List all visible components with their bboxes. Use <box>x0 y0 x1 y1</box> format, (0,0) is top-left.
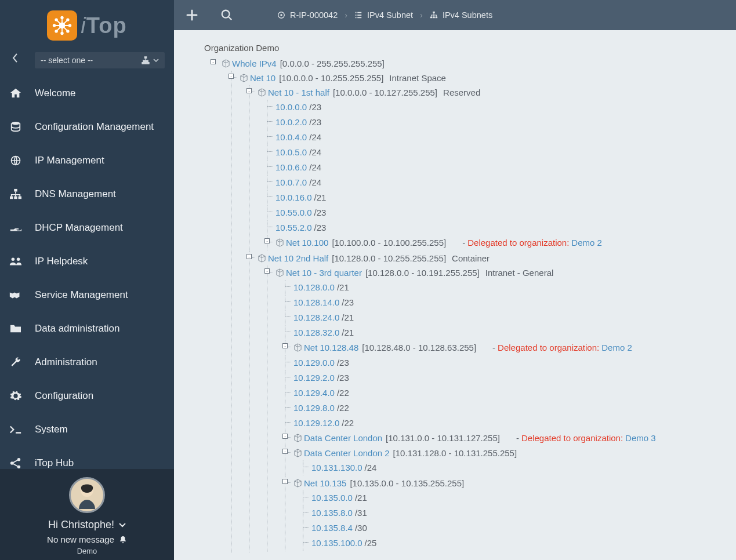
nav-label: iTop Hub <box>35 457 74 469</box>
subnet-link[interactable]: 10.135.100.0 <box>311 538 362 548</box>
nav-label: Welcome <box>35 88 76 99</box>
tree-toggle[interactable]: - <box>282 343 288 348</box>
sitemap-icon <box>142 56 150 64</box>
crumb-r-ip[interactable]: R-IP-000042 <box>277 10 338 20</box>
folder-icon <box>8 322 23 335</box>
tree-toggle[interactable]: - <box>264 268 270 274</box>
sitemap-icon <box>8 188 23 201</box>
subnet-link[interactable]: 10.129.8.0 <box>293 403 335 413</box>
svg-point-15 <box>12 258 15 261</box>
tree-node-dc-london: - Data Center London[10.131.0.0 - 10.131… <box>285 431 736 446</box>
tree-leaf-subnet: 10.135.0.0/21 <box>303 490 736 506</box>
tree-toggle[interactable]: - <box>229 74 234 79</box>
block-link[interactable]: Net 10.128.48 <box>304 343 358 352</box>
block-link[interactable]: Net 10 - 1st half <box>268 88 329 97</box>
subnet-link[interactable]: 10.55.2.0 <box>275 223 312 232</box>
org-link[interactable]: Demo 2 <box>571 238 602 248</box>
tree-toggle[interactable]: - <box>246 254 252 259</box>
user-message[interactable]: No new message <box>47 534 127 544</box>
collapse-sidebar-button[interactable] <box>8 51 22 65</box>
subnet-link[interactable]: 10.0.7.0 <box>275 177 307 187</box>
subnet-link[interactable]: 10.55.0.0 <box>275 208 312 217</box>
subnet-link[interactable]: 10.0.0.0 <box>275 102 307 112</box>
subnet-link[interactable]: 10.0.2.0 <box>275 117 307 127</box>
org-title: Organization Demo <box>204 43 736 53</box>
subnet-link[interactable]: 10.135.8.0 <box>311 508 353 518</box>
subnet-link[interactable]: 10.129.4.0 <box>293 388 335 398</box>
nav-item-data-admin[interactable]: Data administration <box>0 320 174 337</box>
block-icon <box>293 479 302 488</box>
subnet-link[interactable]: 10.129.0.0 <box>293 358 335 368</box>
search-button[interactable] <box>219 8 234 23</box>
block-icon <box>275 268 284 277</box>
nav-item-dhcp-mgmt[interactable]: DHCP Management <box>0 219 174 237</box>
block-icon <box>258 254 266 263</box>
subnet-link[interactable]: 10.135.0.0 <box>311 493 353 503</box>
avatar[interactable] <box>69 477 105 513</box>
block-link[interactable]: Net 10 <box>250 73 275 83</box>
subnet-link[interactable]: 10.128.32.0 <box>293 328 339 337</box>
crumb-ipv4-subnet[interactable]: IPv4 Subnet <box>354 10 413 20</box>
subnet-link[interactable]: 10.128.0.0 <box>293 282 335 292</box>
subnet-link[interactable]: 10.128.14.0 <box>293 297 339 307</box>
tree-leaf-subnet: 10.135.100.0/25 <box>303 536 736 551</box>
block-icon <box>293 449 302 457</box>
nav-label: System <box>35 424 68 435</box>
create-button[interactable] <box>184 8 200 23</box>
crumb-ipv4-subnets[interactable]: IPv4 Subnets <box>430 10 492 20</box>
subnet-link[interactable]: 10.128.24.0 <box>293 312 339 322</box>
nav-item-configuration[interactable]: Configuration <box>0 387 174 405</box>
tree-toggle[interactable]: - <box>246 88 252 93</box>
nav-item-welcome[interactable]: Welcome <box>0 85 174 102</box>
tree-leaf-subnet: 10.129.12.0/22 <box>285 416 736 431</box>
tree-leaf-subnet: 10.0.6.0/24 <box>267 160 736 175</box>
block-link[interactable]: Net 10 2nd Half <box>268 253 328 263</box>
user-area: Hi Christophe! No new message Demo <box>0 469 174 560</box>
org-link[interactable]: Demo 2 <box>601 343 632 352</box>
tree-toggle[interactable]: - <box>282 449 288 454</box>
nav-item-ip-helpdesk[interactable]: IP Helpdesk <box>0 253 174 270</box>
subnet-link[interactable]: 10.129.2.0 <box>293 373 335 383</box>
subnet-link[interactable]: 10.129.12.0 <box>293 418 339 428</box>
nav-item-administration[interactable]: Administration <box>0 354 174 371</box>
nav-label: Configuration <box>35 390 93 402</box>
nav-item-config-mgmt[interactable]: Configuration Management <box>0 118 174 136</box>
sidebar: iiTopTop -- select one -- Welcome Config… <box>0 0 174 560</box>
svg-point-24 <box>280 14 282 16</box>
tree-leaf-subnet: 10.135.8.4/30 <box>303 521 736 536</box>
block-link[interactable]: Data Center London <box>304 433 382 443</box>
tree-toggle[interactable]: - <box>282 434 288 439</box>
tree-toggle[interactable]: - <box>282 479 288 484</box>
tree-leaf-subnet: 10.0.5.0/24 <box>267 145 736 160</box>
svg-point-9 <box>12 122 20 125</box>
tree-toggle[interactable]: - <box>211 59 216 64</box>
org-select[interactable]: -- select one -- <box>35 52 165 68</box>
block-link[interactable]: Data Center London 2 <box>304 448 390 458</box>
tree-node-dc-london2: - Data Center London 2[10.131.128.0 - 10… <box>285 446 736 476</box>
nav-item-system[interactable]: System <box>0 421 174 438</box>
tree-leaf-subnet: 10.135.8.0/31 <box>303 506 736 521</box>
org-link[interactable]: Demo 3 <box>625 433 656 443</box>
ip-tree: - Whole IPv4[0.0.0.0 - 255.255.255.255] … <box>204 56 736 554</box>
block-link[interactable]: Net 10.100 <box>286 238 328 248</box>
block-link[interactable]: Whole IPv4 <box>232 59 277 68</box>
list-icon <box>354 11 362 19</box>
nav-label: Service Management <box>35 289 128 301</box>
subnet-link[interactable]: 10.0.6.0 <box>275 162 307 172</box>
user-greeting[interactable]: Hi Christophe! <box>48 519 126 531</box>
nav-item-dns-mgmt[interactable]: DNS Management <box>0 186 174 203</box>
nav-item-ip-mgmt[interactable]: IP Management <box>0 152 174 169</box>
svg-point-16 <box>17 258 20 261</box>
subnet-link[interactable]: 10.131.130.0 <box>311 463 362 472</box>
subnet-link[interactable]: 10.0.4.0 <box>275 132 307 142</box>
subnet-link[interactable]: 10.135.8.4 <box>311 523 353 533</box>
nav-label: Data administration <box>35 323 119 334</box>
tree-toggle[interactable]: - <box>264 238 270 243</box>
handshake-icon <box>8 289 23 301</box>
block-link[interactable]: Net 10.135 <box>304 478 346 488</box>
wrench-icon <box>8 356 23 369</box>
nav-item-service-mgmt[interactable]: Service Management <box>0 286 174 304</box>
subnet-link[interactable]: 10.0.5.0 <box>275 147 307 157</box>
subnet-link[interactable]: 10.0.16.0 <box>275 192 312 202</box>
block-link[interactable]: Net 10 - 3rd quarter <box>286 268 362 278</box>
